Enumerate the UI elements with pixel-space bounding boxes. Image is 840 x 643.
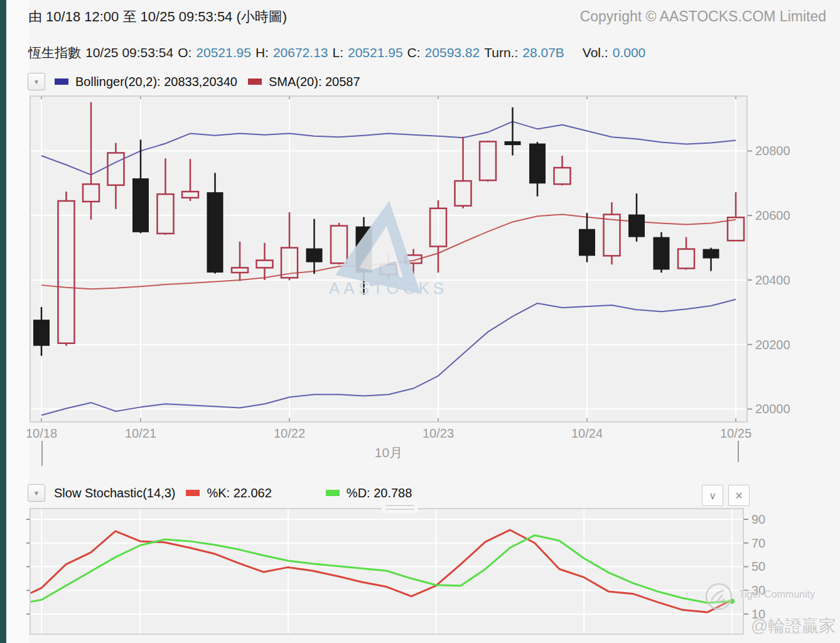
percent-k-label: %K: 22.062 — [207, 486, 271, 500]
low-value: 20521.95 — [348, 45, 403, 60]
turnover-value: 28.07B — [522, 45, 564, 60]
svg-text:50: 50 — [751, 559, 765, 573]
svg-text:20200: 20200 — [755, 338, 790, 352]
svg-text:20800: 20800 — [755, 144, 790, 158]
svg-text:20000: 20000 — [755, 402, 790, 416]
turnover-label: Turn.: — [484, 45, 518, 60]
panel-splitter-grip[interactable] — [382, 502, 418, 513]
percent-k-swatch — [186, 490, 200, 496]
grip-bar — [385, 505, 414, 506]
stochastic-legend: ▼ Slow Stochastic(14,3) %K: 22.062 %D: 2… — [28, 484, 412, 502]
close-panel-button[interactable]: ✕ — [728, 485, 750, 506]
open-label: O: — [178, 45, 191, 60]
dropdown-arrow-icon: ▼ — [33, 490, 40, 497]
svg-text:70: 70 — [751, 536, 765, 550]
high-value: 20672.13 — [273, 45, 328, 60]
date-range-title: 由 10/18 12:00 至 10/25 09:53:54 (小時圖) — [28, 8, 287, 26]
collapse-panel-button[interactable]: ∨ — [702, 485, 723, 506]
volume-label: Vol.: — [583, 45, 608, 60]
sma-swatch — [248, 78, 262, 85]
main-chart-legend: ▼ Bollinger(20,2): 20833,20340 SMA(20): … — [28, 73, 360, 90]
bollinger-legend-label: Bollinger(20,2): 20833,20340 — [75, 75, 237, 89]
high-label: H: — [256, 45, 269, 60]
volume-value: 0.000 — [613, 45, 646, 60]
svg-text:90: 90 — [751, 512, 765, 526]
bollinger-swatch — [55, 78, 68, 85]
svg-text:30: 30 — [751, 583, 765, 597]
percent-d-label: %D: 20.788 — [347, 486, 412, 500]
sma-legend-label: SMA(20): 20587 — [269, 75, 360, 89]
close-label: C: — [407, 45, 421, 60]
grip-bar — [385, 509, 414, 510]
svg-text:10/24: 10/24 — [571, 426, 603, 440]
svg-text:20400: 20400 — [755, 273, 790, 287]
main-indicator-dropdown-button[interactable]: ▼ — [28, 73, 45, 90]
close-icon: ✕ — [735, 490, 743, 502]
chevron-down-icon: ∨ — [709, 490, 716, 502]
svg-text:10/23: 10/23 — [423, 426, 454, 440]
svg-text:10/25: 10/25 — [720, 426, 751, 440]
stochastic-indicator-dropdown-button[interactable]: ▼ — [28, 484, 45, 502]
svg-text:10月: 10月 — [375, 445, 402, 460]
dropdown-arrow-icon: ▼ — [33, 78, 40, 85]
charts-canvas[interactable]: 200002020020400206002080010/1810/2110/22… — [0, 0, 840, 643]
svg-text:10/22: 10/22 — [274, 426, 305, 440]
copyright-notice: Copyright © AASTOCKS.COM Limited — [580, 8, 826, 25]
svg-text:10/21: 10/21 — [125, 426, 156, 440]
close-value: 20593.82 — [425, 45, 480, 60]
open-value: 20521.95 — [196, 45, 251, 60]
svg-text:10: 10 — [751, 607, 765, 621]
quote-line: 恆生指數 10/25 09:53:54 O: 20521.95 H: 20672… — [28, 44, 645, 62]
percent-d-swatch — [326, 490, 340, 496]
quote-time: 10/25 09:53:54 — [85, 45, 173, 60]
svg-text:20600: 20600 — [755, 208, 790, 222]
chart-page: 200002020020400206002080010/1810/2110/22… — [0, 0, 840, 643]
low-label: L: — [333, 45, 344, 60]
index-name: 恆生指數 — [28, 44, 81, 62]
svg-text:10/18: 10/18 — [26, 426, 57, 440]
stochastic-title: Slow Stochastic(14,3) — [54, 486, 175, 500]
